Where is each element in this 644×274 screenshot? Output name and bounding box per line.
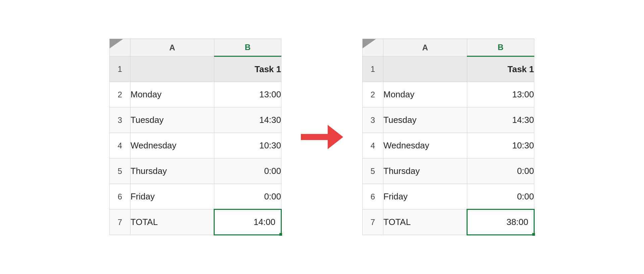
table-row: 1 Task 1 xyxy=(110,56,281,82)
column-header-row-right: A B xyxy=(363,39,534,56)
day-cell: Monday xyxy=(130,82,214,107)
column-header-row: A B xyxy=(110,39,281,56)
direction-arrow xyxy=(301,125,343,149)
day-cell: Wednesday xyxy=(130,133,214,158)
corner-cell-left xyxy=(110,39,130,56)
col-b-header-right: B xyxy=(467,39,534,56)
total-label-cell: TOTAL xyxy=(383,210,467,235)
value-cell: Task 1 xyxy=(214,56,281,82)
table-row: 7 TOTAL 14:00 xyxy=(110,210,281,235)
value-cell: 10:30 xyxy=(467,133,534,158)
table-row: 7 TOTAL 38:00 xyxy=(363,210,534,235)
arrow-shaft xyxy=(301,134,328,140)
row-num-cell: 1 xyxy=(110,56,130,82)
col-b-header-left: B xyxy=(214,39,281,56)
row-num-cell: 4 xyxy=(363,133,383,158)
value-cell: 0:00 xyxy=(467,158,534,184)
day-cell: Thursday xyxy=(383,158,467,184)
row-num-cell: 7 xyxy=(363,210,383,235)
table-row: 5 Thursday 0:00 xyxy=(110,158,281,184)
value-cell: 13:00 xyxy=(467,82,534,107)
arrow-container xyxy=(302,125,342,149)
total-value-left: 14:00 xyxy=(254,217,275,227)
row-num-cell: 7 xyxy=(110,210,130,235)
row-num-cell: 1 xyxy=(363,56,383,82)
value-cell: 10:30 xyxy=(214,133,281,158)
row-num-cell: 6 xyxy=(110,184,130,210)
value-cell: 14:30 xyxy=(214,107,281,133)
left-spreadsheet: A B 1 Task 1 2 Monday 13:00 3 Tuesday 14… xyxy=(109,39,282,235)
day-cell xyxy=(130,56,214,82)
table-row: 2 Monday 13:00 xyxy=(110,82,281,107)
row-num-cell: 5 xyxy=(363,158,383,184)
value-cell: 0:00 xyxy=(214,184,281,210)
value-cell: 13:00 xyxy=(214,82,281,107)
row-num-cell: 5 xyxy=(110,158,130,184)
day-cell: Tuesday xyxy=(383,107,467,133)
day-cell: Monday xyxy=(383,82,467,107)
value-cell: Task 1 xyxy=(467,56,534,82)
table-row: 6 Friday 0:00 xyxy=(363,184,534,210)
table-row: 5 Thursday 0:00 xyxy=(363,158,534,184)
row-num-cell: 3 xyxy=(110,107,130,133)
col-a-header-right: A xyxy=(383,39,467,56)
table-row: 2 Monday 13:00 xyxy=(363,82,534,107)
table-row: 4 Wednesday 10:30 xyxy=(363,133,534,158)
row-num-cell: 6 xyxy=(363,184,383,210)
total-label-cell: TOTAL xyxy=(130,210,214,235)
row-num-cell: 4 xyxy=(110,133,130,158)
table-row: 4 Wednesday 10:30 xyxy=(110,133,281,158)
arrow-head xyxy=(328,125,343,149)
day-cell: Wednesday xyxy=(383,133,467,158)
row-num-cell: 2 xyxy=(363,82,383,107)
right-spreadsheet: A B 1 Task 1 2 Monday 13:00 3 Tuesday 14… xyxy=(362,39,535,235)
cell-handle-right xyxy=(532,233,535,236)
total-value-right: 38:00 xyxy=(506,217,528,227)
table-row: 6 Friday 0:00 xyxy=(110,184,281,210)
value-cell: 14:30 xyxy=(467,107,534,133)
row-num-cell: 3 xyxy=(363,107,383,133)
day-cell xyxy=(383,56,467,82)
page-container: A B 1 Task 1 2 Monday 13:00 3 Tuesday 14… xyxy=(0,0,644,274)
row-num-cell: 2 xyxy=(110,82,130,107)
table-row: 3 Tuesday 14:30 xyxy=(363,107,534,133)
day-cell: Friday xyxy=(383,184,467,210)
corner-cell-right xyxy=(363,39,383,56)
cell-handle-left xyxy=(279,233,282,236)
total-value-cell-left[interactable]: 14:00 xyxy=(214,210,281,235)
day-cell: Tuesday xyxy=(130,107,214,133)
day-cell: Thursday xyxy=(130,158,214,184)
day-cell: Friday xyxy=(130,184,214,210)
table-row: 3 Tuesday 14:30 xyxy=(110,107,281,133)
table-row: 1 Task 1 xyxy=(363,56,534,82)
value-cell: 0:00 xyxy=(467,184,534,210)
total-value-cell-right[interactable]: 38:00 xyxy=(467,210,534,235)
value-cell: 0:00 xyxy=(214,158,281,184)
col-a-header-left: A xyxy=(130,39,214,56)
